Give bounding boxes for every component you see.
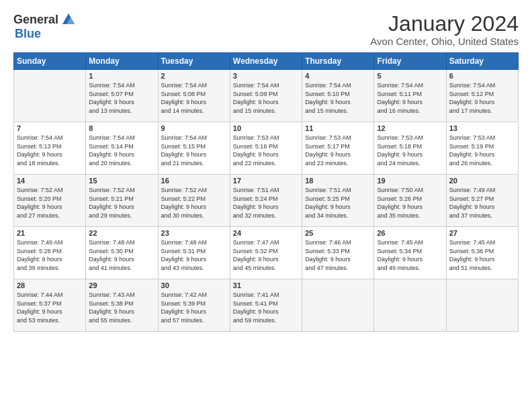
table-row [374,279,446,332]
day-number: 3 [233,72,299,80]
day-info: Sunrise: 7:54 AMSunset: 5:14 PMDaylight:… [89,134,154,167]
day-number: 6 [449,72,515,80]
calendar-week-4: 28Sunrise: 7:44 AMSunset: 5:37 PMDayligh… [14,279,519,332]
table-row [446,279,518,332]
day-number: 12 [377,124,443,132]
table-row: 24Sunrise: 7:47 AMSunset: 5:32 PMDayligh… [230,227,302,279]
table-row: 4Sunrise: 7:54 AMSunset: 5:10 PMDaylight… [302,70,374,122]
table-row: 11Sunrise: 7:53 AMSunset: 5:17 PMDayligh… [302,122,374,175]
day-info: Sunrise: 7:43 AMSunset: 5:38 PMDaylight:… [89,291,154,324]
day-info: Sunrise: 7:53 AMSunset: 5:16 PMDaylight:… [233,134,299,167]
table-row: 22Sunrise: 7:48 AMSunset: 5:30 PMDayligh… [86,227,158,279]
day-info: Sunrise: 7:50 AMSunset: 5:26 PMDaylight:… [377,186,443,220]
logo-icon [61,12,76,27]
day-info: Sunrise: 7:48 AMSunset: 5:30 PMDaylight:… [89,238,154,272]
day-number: 9 [161,124,227,132]
day-info: Sunrise: 7:42 AMSunset: 5:39 PMDaylight:… [161,291,227,324]
day-number: 17 [233,177,299,185]
table-row: 6Sunrise: 7:54 AMSunset: 5:12 PMDaylight… [446,70,518,122]
day-number: 30 [161,281,227,289]
day-info: Sunrise: 7:53 AMSunset: 5:19 PMDaylight:… [449,134,515,167]
day-info: Sunrise: 7:52 AMSunset: 5:22 PMDaylight:… [161,186,227,220]
calendar-week-1: 7Sunrise: 7:54 AMSunset: 5:13 PMDaylight… [14,122,519,175]
day-info: Sunrise: 7:54 AMSunset: 5:08 PMDaylight:… [161,81,227,115]
table-row: 8Sunrise: 7:54 AMSunset: 5:14 PMDaylight… [86,122,158,175]
table-row: 10Sunrise: 7:53 AMSunset: 5:16 PMDayligh… [230,122,302,175]
logo-general: General [13,13,58,27]
table-row: 5Sunrise: 7:54 AMSunset: 5:11 PMDaylight… [374,70,446,122]
table-row: 31Sunrise: 7:41 AMSunset: 5:41 PMDayligh… [230,279,302,332]
month-title: January 2024 [370,12,519,36]
table-row: 19Sunrise: 7:50 AMSunset: 5:26 PMDayligh… [374,175,446,227]
day-info: Sunrise: 7:44 AMSunset: 5:37 PMDaylight:… [17,291,83,324]
col-monday: Monday [86,53,158,70]
day-number: 24 [233,229,299,237]
header: General Blue January 2024 Avon Center, O… [13,12,519,47]
calendar-table: Sunday Monday Tuesday Wednesday Thursday… [13,52,519,332]
day-info: Sunrise: 7:54 AMSunset: 5:12 PMDaylight:… [449,81,515,115]
day-info: Sunrise: 7:53 AMSunset: 5:18 PMDaylight:… [377,134,443,167]
calendar-page: General Blue January 2024 Avon Center, O… [0,0,532,411]
day-info: Sunrise: 7:54 AMSunset: 5:13 PMDaylight:… [17,134,83,167]
day-info: Sunrise: 7:48 AMSunset: 5:31 PMDaylight:… [161,238,227,272]
table-row: 28Sunrise: 7:44 AMSunset: 5:37 PMDayligh… [14,279,86,332]
day-info: Sunrise: 7:49 AMSunset: 5:28 PMDaylight:… [17,238,83,272]
col-sunday: Sunday [14,53,86,70]
day-info: Sunrise: 7:47 AMSunset: 5:32 PMDaylight:… [233,238,299,272]
day-number: 19 [377,177,443,185]
day-info: Sunrise: 7:51 AMSunset: 5:25 PMDaylight:… [305,186,371,220]
day-info: Sunrise: 7:53 AMSunset: 5:17 PMDaylight:… [305,134,371,167]
day-number: 2 [161,72,227,80]
table-row: 13Sunrise: 7:53 AMSunset: 5:19 PMDayligh… [446,122,518,175]
day-number: 29 [89,281,154,289]
day-info: Sunrise: 7:45 AMSunset: 5:34 PMDaylight:… [377,238,443,272]
col-wednesday: Wednesday [230,53,302,70]
day-info: Sunrise: 7:51 AMSunset: 5:24 PMDaylight:… [233,186,299,220]
table-row: 16Sunrise: 7:52 AMSunset: 5:22 PMDayligh… [158,175,230,227]
location: Avon Center, Ohio, United States [370,36,519,47]
table-row: 9Sunrise: 7:54 AMSunset: 5:15 PMDaylight… [158,122,230,175]
col-friday: Friday [374,53,446,70]
calendar-week-2: 14Sunrise: 7:52 AMSunset: 5:20 PMDayligh… [14,175,519,227]
day-info: Sunrise: 7:49 AMSunset: 5:27 PMDaylight:… [449,186,515,220]
col-saturday: Saturday [446,53,518,70]
day-number: 31 [233,281,299,289]
day-info: Sunrise: 7:54 AMSunset: 5:11 PMDaylight:… [377,81,443,115]
day-number: 14 [17,177,83,185]
calendar-week-0: 1Sunrise: 7:54 AMSunset: 5:07 PMDaylight… [14,70,519,122]
table-row: 12Sunrise: 7:53 AMSunset: 5:18 PMDayligh… [374,122,446,175]
calendar-week-3: 21Sunrise: 7:49 AMSunset: 5:28 PMDayligh… [14,227,519,279]
day-number: 18 [305,177,371,185]
table-row [302,279,374,332]
logo: General Blue [13,12,76,41]
day-number: 1 [89,72,154,80]
table-row: 3Sunrise: 7:54 AMSunset: 5:09 PMDaylight… [230,70,302,122]
table-row: 14Sunrise: 7:52 AMSunset: 5:20 PMDayligh… [14,175,86,227]
day-number: 10 [233,124,299,132]
table-row: 2Sunrise: 7:54 AMSunset: 5:08 PMDaylight… [158,70,230,122]
table-row: 20Sunrise: 7:49 AMSunset: 5:27 PMDayligh… [446,175,518,227]
logo-text: General [13,12,76,27]
day-number: 22 [89,229,154,237]
table-row: 15Sunrise: 7:52 AMSunset: 5:21 PMDayligh… [86,175,158,227]
table-row: 27Sunrise: 7:45 AMSunset: 5:36 PMDayligh… [446,227,518,279]
day-info: Sunrise: 7:52 AMSunset: 5:20 PMDaylight:… [17,186,83,220]
table-row: 1Sunrise: 7:54 AMSunset: 5:07 PMDaylight… [86,70,158,122]
day-number: 13 [449,124,515,132]
table-row [14,70,86,122]
day-number: 8 [89,124,154,132]
day-number: 23 [161,229,227,237]
table-row: 23Sunrise: 7:48 AMSunset: 5:31 PMDayligh… [158,227,230,279]
day-number: 5 [377,72,443,80]
day-info: Sunrise: 7:54 AMSunset: 5:15 PMDaylight:… [161,134,227,167]
day-number: 7 [17,124,83,132]
day-info: Sunrise: 7:54 AMSunset: 5:09 PMDaylight:… [233,81,299,115]
table-row: 25Sunrise: 7:46 AMSunset: 5:33 PMDayligh… [302,227,374,279]
table-row: 30Sunrise: 7:42 AMSunset: 5:39 PMDayligh… [158,279,230,332]
day-info: Sunrise: 7:52 AMSunset: 5:21 PMDaylight:… [89,186,154,220]
logo-blue: Blue [15,27,41,41]
day-info: Sunrise: 7:45 AMSunset: 5:36 PMDaylight:… [449,238,515,272]
table-row: 26Sunrise: 7:45 AMSunset: 5:34 PMDayligh… [374,227,446,279]
title-block: January 2024 Avon Center, Ohio, United S… [370,12,519,47]
table-row: 29Sunrise: 7:43 AMSunset: 5:38 PMDayligh… [86,279,158,332]
